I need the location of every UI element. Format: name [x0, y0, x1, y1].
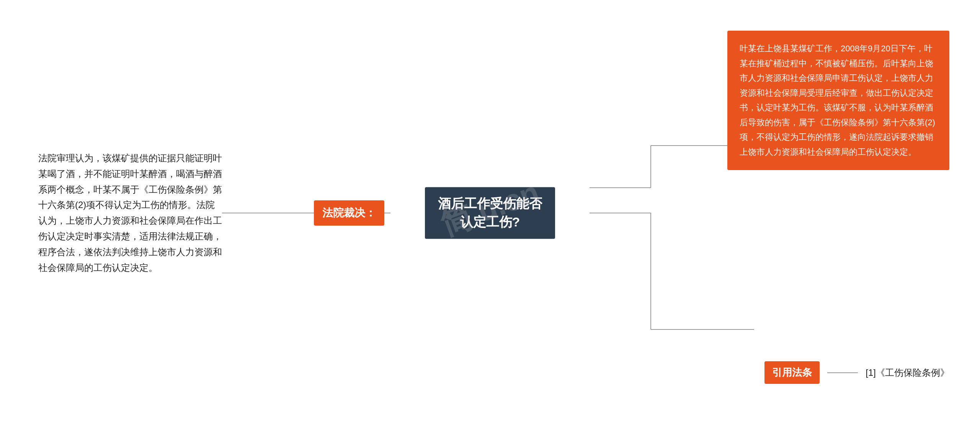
- central-node-text: 酒后工作受伤能否认定工伤?: [434, 195, 546, 231]
- law-citation-value: [1]《工伤保险条例》: [866, 367, 949, 378]
- left-text-content: 法院审理认为，该煤矿提供的证据只能证明叶某喝了酒，并不能证明叶某醉酒，喝酒与醉酒…: [38, 153, 222, 273]
- left-text-block: 法院审理认为，该煤矿提供的证据只能证明叶某喝了酒，并不能证明叶某醉酒，喝酒与醉酒…: [38, 151, 222, 275]
- law-citation-text: [1]《工伤保险条例》: [866, 367, 949, 379]
- law-citation-connector: [827, 372, 858, 373]
- court-label: 法院裁决：: [314, 200, 384, 226]
- right-case-block: 叶某在上饶县某煤矿工作，2008年9月20日下午，叶某在推矿桶过程中，不慎被矿桶…: [727, 31, 949, 170]
- mind-map-container: 简 u.cn 酒后工作受伤能否认定工伤? 法院裁决： 法院审理认为，该煤矿提供的…: [0, 0, 980, 426]
- court-label-text: 法院裁决：: [322, 207, 376, 219]
- right-case-content: 叶某在上饶县某煤矿工作，2008年9月20日下午，叶某在推矿桶过程中，不慎被矿桶…: [740, 44, 935, 157]
- law-citation-label-text: 引用法条: [772, 367, 812, 378]
- central-node: 酒后工作受伤能否认定工伤?: [425, 187, 555, 239]
- law-citation-label: 引用法条: [764, 361, 820, 384]
- law-citation-block: 引用法条 [1]《工伤保险条例》: [764, 361, 949, 384]
